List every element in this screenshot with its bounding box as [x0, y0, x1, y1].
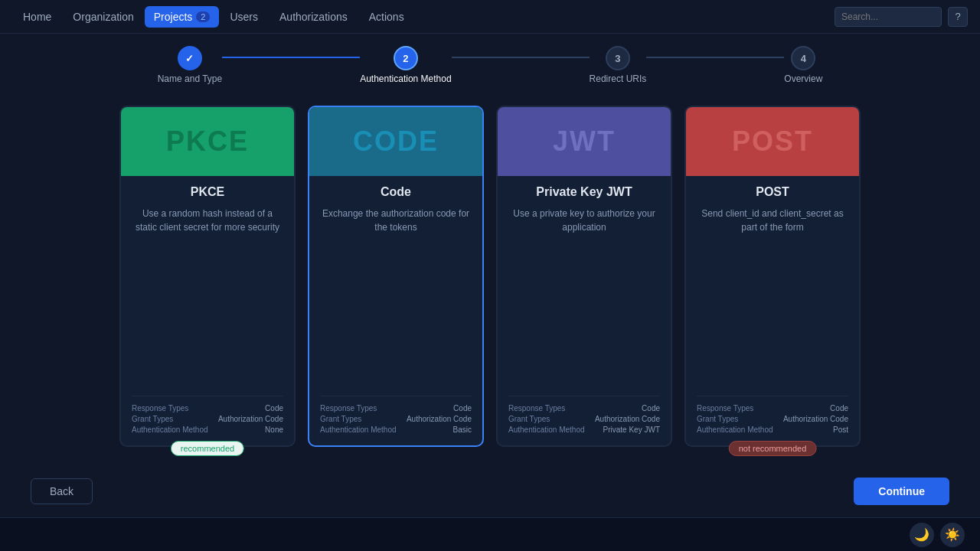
- pkce-auth-method: Authentication Method None: [132, 425, 283, 434]
- pkce-response-types: Response Types Code: [132, 404, 283, 412]
- code-grant-types: Grant Types Authorization Code: [320, 415, 472, 423]
- nav-actions[interactable]: Actions: [358, 0, 415, 34]
- step-label-2: Authentication Method: [360, 73, 451, 84]
- pkce-meta: Response Types Code Grant Types Authoriz…: [132, 396, 283, 436]
- jwt-meta: Response Types Code Grant Types Authoriz…: [508, 396, 660, 436]
- bottom-bar: 🌙 ☀️: [0, 517, 980, 551]
- post-badge: not recommended: [729, 441, 817, 456]
- post-response-types: Response Types Code: [697, 404, 848, 412]
- jwt-card[interactable]: JWT Private Key JWT Use a private key to…: [496, 106, 672, 447]
- help-button[interactable]: ?: [948, 7, 968, 27]
- post-title: POST: [697, 185, 848, 199]
- auth-method-cards: PKCE PKCE Use a random hash instead of a…: [31, 106, 949, 447]
- wizard-step-3: 3 Redirect URIs: [590, 46, 647, 84]
- post-auth-method: Authentication Method Post: [697, 425, 848, 434]
- pkce-badge: recommended: [171, 441, 244, 456]
- post-meta: Response Types Code Grant Types Authoriz…: [697, 396, 848, 436]
- wizard-connector-3: [646, 57, 784, 58]
- jwt-response-types: Response Types Code: [508, 404, 660, 412]
- step-label-3: Redirect URIs: [590, 73, 647, 84]
- step-circle-3: 3: [606, 46, 630, 70]
- nav-projects[interactable]: Projects 2: [145, 6, 220, 28]
- step-label-4: Overview: [784, 73, 822, 84]
- post-body: POST Send client_id and client_secret as…: [686, 176, 859, 445]
- pkce-header: PKCE: [121, 107, 294, 176]
- jwt-header: JWT: [498, 107, 671, 176]
- nav-home[interactable]: Home: [12, 0, 62, 34]
- wizard-step-4: 4 Overview: [784, 46, 822, 84]
- nav-authorizations[interactable]: Authorizations: [269, 0, 358, 34]
- code-card[interactable]: CODE Code Exchange the authorization cod…: [308, 106, 484, 447]
- step-circle-2: 2: [394, 46, 418, 70]
- code-title: Code: [320, 185, 472, 199]
- light-mode-button[interactable]: ☀️: [940, 523, 965, 547]
- jwt-body: Private Key JWT Use a private key to aut…: [498, 176, 671, 445]
- code-auth-method: Authentication Method Basic: [320, 425, 472, 434]
- pkce-card[interactable]: PKCE PKCE Use a random hash instead of a…: [119, 106, 296, 447]
- jwt-desc: Use a private key to authorize your appl…: [508, 207, 660, 385]
- step-label-1: Name and Type: [158, 73, 223, 84]
- nav-users[interactable]: Users: [219, 0, 269, 34]
- pkce-grant-types: Grant Types Authorization Code: [132, 415, 283, 423]
- pkce-body: PKCE Use a random hash instead of a stat…: [121, 176, 294, 445]
- pkce-title: PKCE: [132, 185, 283, 199]
- code-desc: Exchange the authorization code for the …: [320, 207, 472, 385]
- wizard-step-1: ✓ Name and Type: [158, 46, 223, 84]
- post-card[interactable]: POST POST Send client_id and client_secr…: [684, 106, 861, 447]
- code-response-types: Response Types Code: [320, 404, 472, 412]
- back-button[interactable]: Back: [31, 478, 93, 504]
- post-desc: Send client_id and client_secret as part…: [697, 207, 848, 385]
- step-circle-1: ✓: [178, 46, 202, 70]
- code-body: Code Exchange the authorization code for…: [309, 176, 482, 445]
- search-input[interactable]: [835, 7, 942, 27]
- post-grant-types: Grant Types Authorization Code: [697, 415, 848, 423]
- footer: Back Continue: [0, 462, 980, 517]
- step-circle-4: 4: [791, 46, 815, 70]
- wizard-connector-2: [452, 57, 590, 58]
- navigation: Home Organization Projects 2 Users Autho…: [0, 0, 980, 34]
- projects-badge: 2: [196, 11, 210, 22]
- nav-right: ?: [835, 7, 968, 27]
- jwt-auth-method: Authentication Method Private Key JWT: [508, 425, 660, 434]
- wizard-connector-1: [222, 57, 360, 58]
- code-meta: Response Types Code Grant Types Authoriz…: [320, 396, 472, 436]
- jwt-grant-types: Grant Types Authorization Code: [508, 415, 660, 423]
- continue-button[interactable]: Continue: [854, 478, 949, 505]
- nav-organization[interactable]: Organization: [62, 0, 144, 34]
- post-header: POST: [686, 107, 859, 176]
- wizard-steps: ✓ Name and Type 2 Authentication Method …: [0, 34, 980, 90]
- pkce-desc: Use a random hash instead of a static cl…: [132, 207, 283, 385]
- wizard-step-2: 2 Authentication Method: [360, 46, 451, 84]
- jwt-title: Private Key JWT: [508, 185, 660, 199]
- main-content: PKCE PKCE Use a random hash instead of a…: [0, 90, 980, 462]
- code-header: CODE: [309, 107, 482, 176]
- dark-mode-button[interactable]: 🌙: [910, 523, 934, 547]
